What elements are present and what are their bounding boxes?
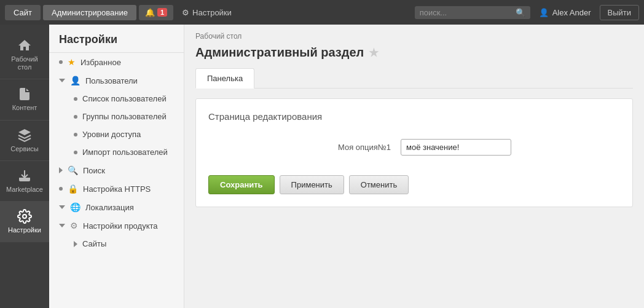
- admin-button[interactable]: Администрирование: [43, 5, 136, 20]
- bell-icon: 🔔: [145, 8, 155, 17]
- chevron-down-icon: [59, 224, 65, 227]
- layers-icon: [17, 128, 32, 143]
- home-icon: [17, 38, 32, 53]
- notification-badge: 1: [157, 8, 167, 17]
- page-title: Административный раздел ★: [195, 45, 633, 60]
- chevron-right-icon: [74, 241, 77, 247]
- star-icon: ★: [68, 57, 76, 67]
- form-label: Моя опция№1: [317, 143, 391, 152]
- user-icon: 👤: [70, 76, 80, 85]
- nav-item-users-label: Пользователи: [85, 76, 138, 85]
- nav-item-user-import[interactable]: Импорт пользователей: [49, 143, 184, 161]
- sidebar-item-settings-label: Настройки: [8, 226, 41, 234]
- sidebar-item-marketplace[interactable]: Marketplace: [0, 161, 49, 202]
- bullet-icon: [59, 187, 63, 191]
- main-layout: Рабочий стол Контент Сервисы Marketplace…: [0, 25, 644, 308]
- favorite-star-icon[interactable]: ★: [369, 46, 379, 60]
- nav-item-user-list-label: Список пользователей: [82, 94, 167, 103]
- sidebar-item-services-label: Сервисы: [10, 145, 39, 153]
- nav-item-product-settings-label: Настройки продукта: [83, 221, 158, 231]
- nav-item-https[interactable]: 🔒 Настройка HTTPS: [49, 180, 184, 198]
- nav-item-user-levels[interactable]: Уровни доступа: [49, 125, 184, 143]
- nav-item-search[interactable]: 🔍 Поиск: [49, 161, 184, 180]
- user-icon: 👤: [539, 8, 549, 17]
- breadcrumb: Рабочий стол: [195, 32, 633, 41]
- search-icon: 🔍: [68, 165, 78, 175]
- nav-item-sites[interactable]: Сайты: [49, 235, 184, 253]
- sidebar: Рабочий стол Контент Сервисы Marketplace…: [0, 25, 49, 308]
- svg-marker-0: [18, 129, 31, 135]
- chevron-down-icon: [59, 79, 65, 82]
- settings-nav: Настройки ★ Избранное 👤 Пользователи Спи…: [49, 25, 184, 308]
- tab-panel[interactable]: Панелька: [195, 68, 254, 89]
- sidebar-item-dashboard-label: Рабочий стол: [5, 55, 44, 71]
- nav-item-locale-label: Локализация: [85, 203, 134, 212]
- page-title-text: Административный раздел: [195, 45, 364, 60]
- nav-item-product-settings[interactable]: ⚙ Настройки продукта: [49, 216, 184, 235]
- nav-item-user-levels-label: Уровни доступа: [82, 130, 141, 139]
- chevron-right-icon: [59, 167, 63, 173]
- topbar-settings-label: Настройки: [192, 8, 232, 17]
- button-row: Сохранить Применить Отменить: [208, 175, 620, 194]
- file-icon: [17, 87, 32, 101]
- settings-icon: [17, 209, 32, 224]
- bullet-icon: [59, 60, 63, 64]
- site-button[interactable]: Сайт: [5, 5, 41, 20]
- settings-nav-title: Настройки: [49, 25, 184, 53]
- bullet-icon: [74, 133, 77, 136]
- sidebar-item-settings[interactable]: Настройки: [0, 202, 49, 242]
- gear-icon: ⚙: [70, 221, 78, 231]
- search-icon: 🔍: [516, 8, 525, 17]
- chevron-down-icon: [59, 205, 65, 209]
- cancel-button[interactable]: Отменить: [349, 175, 409, 194]
- topbar: Сайт Администрирование 🔔 1 ⚙ Настройки 🔍…: [0, 0, 644, 25]
- tabs: Панелька: [195, 68, 633, 89]
- nav-item-https-label: Настройка HTTPS: [83, 184, 151, 194]
- sidebar-item-marketplace-label: Marketplace: [6, 186, 43, 194]
- download-icon: [17, 168, 32, 183]
- bullet-icon: [74, 97, 77, 101]
- bullet-icon: [74, 115, 77, 119]
- apply-button[interactable]: Применить: [280, 175, 344, 194]
- form-input[interactable]: [401, 139, 511, 156]
- user-name: Alex Ander: [552, 8, 591, 17]
- globe-icon: 🌐: [70, 202, 80, 212]
- notification-button[interactable]: 🔔 1: [139, 5, 173, 20]
- nav-item-user-groups-label: Группы пользователей: [82, 112, 167, 121]
- topbar-settings-button[interactable]: ⚙ Настройки: [176, 5, 238, 20]
- sidebar-item-content-label: Контент: [12, 104, 37, 112]
- nav-item-users[interactable]: 👤 Пользователи: [49, 71, 184, 90]
- sidebar-item-services[interactable]: Сервисы: [0, 120, 49, 161]
- lock-icon: 🔒: [68, 184, 78, 194]
- nav-item-user-groups[interactable]: Группы пользователей: [49, 108, 184, 125]
- search-box: 🔍: [415, 6, 530, 19]
- save-button[interactable]: Сохранить: [208, 175, 275, 194]
- sidebar-item-content[interactable]: Контент: [0, 79, 49, 120]
- form-row: Моя опция№1: [208, 133, 620, 162]
- nav-item-locale[interactable]: 🌐 Локализация: [49, 198, 184, 216]
- nav-item-favorites[interactable]: ★ Избранное: [49, 53, 184, 71]
- nav-item-favorites-label: Избранное: [80, 58, 121, 67]
- svg-point-2: [23, 215, 26, 218]
- nav-item-user-list[interactable]: Список пользователей: [49, 90, 184, 108]
- nav-item-sites-label: Сайты: [82, 239, 106, 248]
- nav-item-search-label: Поиск: [83, 166, 105, 175]
- user-display: 👤 Alex Ander: [533, 8, 597, 17]
- logout-button[interactable]: Выйти: [600, 5, 640, 20]
- search-input[interactable]: [420, 8, 512, 17]
- gear-icon: ⚙: [182, 8, 189, 17]
- bullet-icon: [74, 151, 77, 154]
- content-panel: Страница редактирования Моя опция№1 Сохр…: [195, 98, 633, 207]
- content-panel-title: Страница редактирования: [208, 111, 620, 122]
- main-content: Рабочий стол Административный раздел ★ П…: [184, 25, 644, 308]
- nav-item-user-import-label: Импорт пользователей: [82, 148, 168, 157]
- sidebar-item-dashboard[interactable]: Рабочий стол: [0, 31, 49, 79]
